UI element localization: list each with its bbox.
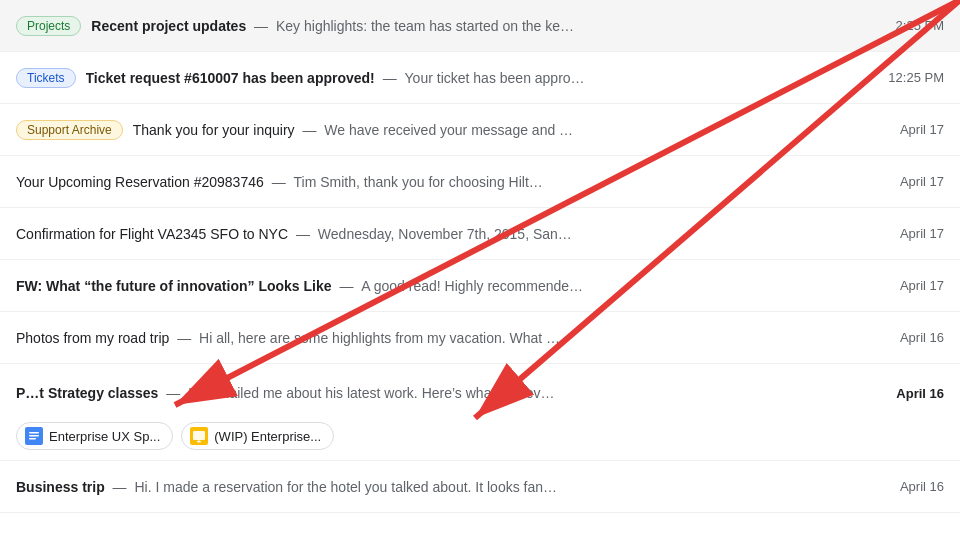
subject-prefix: P…t <box>16 385 48 401</box>
preview: We have received your message and … <box>324 122 573 138</box>
preview: Your ticket has been appro… <box>405 70 585 86</box>
email-row[interactable]: P…t Strategy classes — He emailed me abo… <box>0 364 960 416</box>
tag-projects: Projects <box>16 16 81 36</box>
email-row[interactable]: Business trip — Hi. I made a reservation… <box>0 461 960 513</box>
timestamp: April 16 <box>900 479 944 494</box>
email-content: P…t Strategy classes — He emailed me abo… <box>16 385 880 401</box>
subject: Recent project updates <box>91 18 246 34</box>
subject: Thank you for your inquiry <box>133 122 295 138</box>
subject: Business trip <box>16 479 105 495</box>
attachment-row: Enterprise UX Sp... (WIP) Enterprise... <box>0 416 960 461</box>
preview: He emailed me about his latest work. Her… <box>188 385 554 401</box>
timestamp: 12:25 PM <box>888 70 944 85</box>
attachment-label: Enterprise UX Sp... <box>49 429 160 444</box>
email-content: Confirmation for Flight VA2345 SFO to NY… <box>16 226 884 242</box>
subject: Photos from my road trip <box>16 330 169 346</box>
email-content: Your Upcoming Reservation #20983746 — Ti… <box>16 174 884 190</box>
preview: Tim Smith, thank you for choosing Hilt… <box>294 174 543 190</box>
svg-rect-5 <box>193 431 205 440</box>
preview: Hi all, here are some highlights from my… <box>199 330 560 346</box>
subject: Your Upcoming Reservation #20983746 <box>16 174 264 190</box>
email-content: Recent project updates — Key highlights:… <box>91 18 879 34</box>
email-content: Ticket request #610007 has been approved… <box>86 70 873 86</box>
email-content: Photos from my road trip — Hi all, here … <box>16 330 884 346</box>
subject: FW: What “the future of innovation” Look… <box>16 278 332 294</box>
email-row[interactable]: Projects Recent project updates — Key hi… <box>0 0 960 52</box>
timestamp: April 17 <box>900 226 944 241</box>
timestamp: April 17 <box>900 278 944 293</box>
timestamp: April 17 <box>900 122 944 137</box>
docs-icon <box>25 427 43 445</box>
subject: Strategy classes <box>48 385 159 401</box>
subject: Ticket request #610007 has been approved… <box>86 70 375 86</box>
timestamp: April 17 <box>900 174 944 189</box>
svg-rect-7 <box>199 440 200 442</box>
email-row[interactable]: Photos from my road trip — Hi all, here … <box>0 312 960 364</box>
preview: Key highlights: the team has started on … <box>276 18 574 34</box>
svg-rect-1 <box>29 432 39 434</box>
tag-support: Support Archive <box>16 120 123 140</box>
email-content: FW: What “the future of innovation” Look… <box>16 278 884 294</box>
svg-rect-2 <box>29 435 39 437</box>
preview: A good read! Highly recommende… <box>361 278 583 294</box>
attachment-chip-slides[interactable]: (WIP) Enterprise... <box>181 422 334 450</box>
email-row[interactable]: Support Archive Thank you for your inqui… <box>0 104 960 156</box>
attachment-chip-docs[interactable]: Enterprise UX Sp... <box>16 422 173 450</box>
svg-rect-3 <box>29 438 36 440</box>
subject: Confirmation for Flight VA2345 SFO to NY… <box>16 226 288 242</box>
timestamp: 2:25 PM <box>896 18 944 33</box>
timestamp: April 16 <box>900 330 944 345</box>
email-row[interactable]: Tickets Ticket request #610007 has been … <box>0 52 960 104</box>
preview: Wednesday, November 7th, 2015, San… <box>318 226 572 242</box>
email-content: Business trip — Hi. I made a reservation… <box>16 479 884 495</box>
email-content: Thank you for your inquiry — We have rec… <box>133 122 884 138</box>
preview: Hi. I made a reservation for the hotel y… <box>134 479 557 495</box>
email-list: Projects Recent project updates — Key hi… <box>0 0 960 513</box>
email-row[interactable]: Confirmation for Flight VA2345 SFO to NY… <box>0 208 960 260</box>
attachment-label: (WIP) Enterprise... <box>214 429 321 444</box>
email-row[interactable]: FW: What “the future of innovation” Look… <box>0 260 960 312</box>
timestamp: April 16 <box>896 386 944 401</box>
tag-tickets: Tickets <box>16 68 76 88</box>
email-row[interactable]: Your Upcoming Reservation #20983746 — Ti… <box>0 156 960 208</box>
slides-icon <box>190 427 208 445</box>
